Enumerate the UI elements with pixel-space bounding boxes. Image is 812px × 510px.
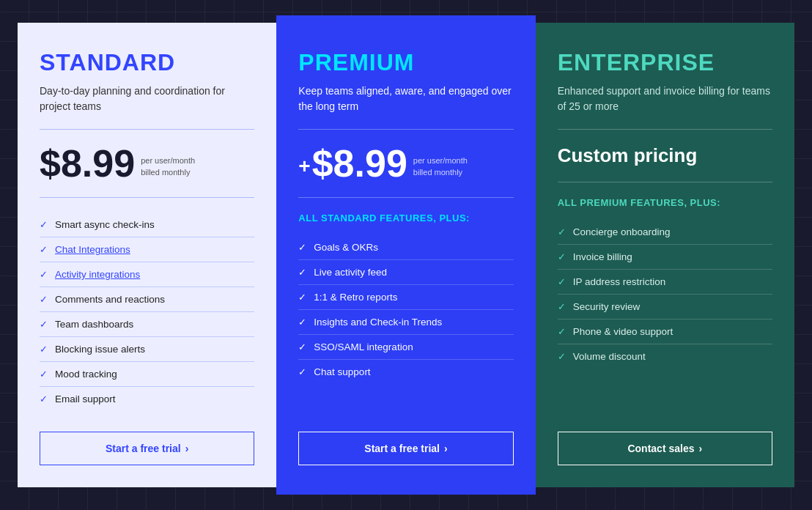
list-item: ✓ Live activity feed xyxy=(298,260,513,285)
premium-divider2 xyxy=(298,197,513,198)
list-item: ✓ Smart async check-ins xyxy=(40,212,254,237)
enterprise-plan: ENTERPRISE Enhanced support and invoice … xyxy=(536,23,794,487)
list-item: ✓ Volume discount xyxy=(558,344,772,369)
premium-cta-button[interactable]: Start a free trial › xyxy=(298,432,513,465)
premium-price-amount: $8.99 xyxy=(312,144,407,182)
list-item: ✓ Goals & OKRs xyxy=(298,235,513,260)
check-icon: ✓ xyxy=(298,341,306,352)
check-icon: ✓ xyxy=(40,319,48,330)
premium-features-label: All STANDARD features, plus: xyxy=(298,212,513,223)
premium-plan: PREMIUM Keep teams aligned, aware, and e… xyxy=(276,15,535,495)
check-icon: ✓ xyxy=(558,276,566,287)
enterprise-cta-button[interactable]: Contact sales › xyxy=(558,432,772,465)
list-item: ✓ Activity integrations xyxy=(40,262,254,287)
list-item: ✓ Mood tracking xyxy=(40,362,254,387)
standard-plan: STANDARD Day-to-day planning and coordin… xyxy=(18,23,276,487)
enterprise-features-label: All PREMIUM features, plus: xyxy=(558,197,772,208)
premium-price-row: + $8.99 per user/month billed monthly xyxy=(298,144,513,182)
enterprise-divider2 xyxy=(558,182,772,182)
list-item: ✓ Email support xyxy=(40,387,254,411)
check-icon: ✓ xyxy=(40,269,48,280)
check-icon: ✓ xyxy=(298,366,306,377)
check-icon: ✓ xyxy=(40,393,48,404)
check-icon: ✓ xyxy=(298,292,306,303)
enterprise-plan-name: ENTERPRISE xyxy=(558,49,772,76)
list-item: ✓ IP address restriction xyxy=(558,270,772,295)
list-item: ✓ 1:1 & Retro reports xyxy=(298,285,513,310)
list-item: ✓ Invoice billing xyxy=(558,245,772,270)
standard-plan-name: STANDARD xyxy=(40,49,254,76)
standard-price-amount: $8.99 xyxy=(40,144,135,182)
premium-price-prefix: + xyxy=(298,155,310,178)
check-icon: ✓ xyxy=(40,344,48,355)
standard-features-list: ✓ Smart async check-ins ✓ Chat Integrati… xyxy=(40,212,254,411)
check-icon: ✓ xyxy=(40,369,48,380)
check-icon: ✓ xyxy=(558,301,566,312)
check-icon: ✓ xyxy=(298,242,306,253)
check-icon: ✓ xyxy=(298,267,306,278)
standard-price-detail: per user/month billed monthly xyxy=(141,155,195,178)
standard-divider2 xyxy=(40,197,254,198)
list-item: ✓ Comments and reactions xyxy=(40,287,254,312)
enterprise-plan-description: Enhanced support and invoice billing for… xyxy=(558,84,772,114)
check-icon: ✓ xyxy=(558,351,566,362)
standard-price-row: $8.99 per user/month billed monthly xyxy=(40,144,254,182)
check-icon: ✓ xyxy=(40,219,48,230)
list-item: ✓ SSO/SAML integration xyxy=(298,335,513,360)
check-icon: ✓ xyxy=(558,226,566,237)
standard-cta-button[interactable]: Start a free trial › xyxy=(40,432,254,465)
check-icon: ✓ xyxy=(40,294,48,305)
standard-plan-description: Day-to-day planning and coordination for… xyxy=(40,84,254,114)
premium-plan-name: PREMIUM xyxy=(298,49,513,76)
list-item: ✓ Concierge onboarding xyxy=(558,220,772,245)
enterprise-divider xyxy=(558,129,772,130)
list-item: ✓ Team dashboards xyxy=(40,312,254,337)
list-item: ✓ Chat Integrations xyxy=(40,237,254,262)
list-item: ✓ Chat support xyxy=(298,360,513,384)
premium-divider xyxy=(298,129,513,130)
list-item: ✓ Phone & video support xyxy=(558,319,772,344)
check-icon: ✓ xyxy=(298,317,306,328)
standard-divider xyxy=(40,129,254,130)
premium-plan-description: Keep teams aligned, aware, and engaged o… xyxy=(298,84,513,114)
check-icon: ✓ xyxy=(40,244,48,255)
list-item: ✓ Insights and Check-in Trends xyxy=(298,310,513,335)
premium-price-detail: per user/month billed monthly xyxy=(413,155,468,178)
enterprise-custom-pricing: Custom pricing xyxy=(558,144,772,167)
check-icon: ✓ xyxy=(558,326,566,337)
list-item: ✓ Security review xyxy=(558,295,772,319)
check-icon: ✓ xyxy=(558,251,566,262)
enterprise-features-list: ✓ Concierge onboarding ✓ Invoice billing… xyxy=(558,220,772,411)
premium-features-list: ✓ Goals & OKRs ✓ Live activity feed ✓ 1:… xyxy=(298,235,513,411)
list-item: ✓ Blocking issue alerts xyxy=(40,337,254,362)
